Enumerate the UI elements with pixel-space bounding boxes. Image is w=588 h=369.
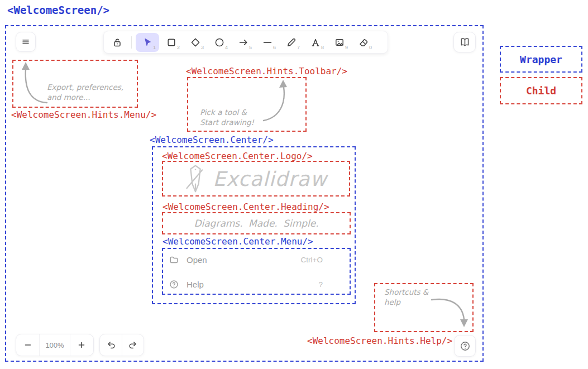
tool-shortcut-number: 8 — [321, 45, 324, 50]
menu-item-help-label: Help — [187, 280, 204, 289]
help-circle-icon — [169, 279, 179, 290]
tool-image[interactable]: 9 — [328, 33, 351, 52]
text-icon — [310, 37, 321, 48]
center-logo-annotation-box: Excalidraw — [162, 161, 350, 197]
tool-ellipse[interactable]: 4 — [208, 33, 231, 52]
tool-rectangle[interactable]: 2 — [160, 33, 183, 52]
legend-child-box: Child — [500, 77, 582, 104]
minus-icon — [23, 341, 32, 349]
diamond-icon — [190, 37, 201, 48]
help-hint-line1: Shortcuts & — [384, 287, 428, 298]
toolbar-hint-line1: Pick a tool & — [200, 108, 254, 118]
menu-item-open-label: Open — [187, 255, 207, 265]
hints-menu-label: <WelcomeScreen.Hints.Menu/> — [11, 110, 156, 120]
menu-hint-line2: and more... — [47, 93, 123, 103]
menu-item-help[interactable]: Help ? — [169, 278, 346, 290]
tool-shortcut-number: 1 — [153, 45, 156, 50]
tool-shortcut-number: 6 — [273, 45, 276, 50]
tool-eraser[interactable]: 0 — [352, 33, 375, 52]
ellipse-icon — [214, 37, 225, 48]
pencil-icon — [286, 37, 297, 48]
legend-wrapper-label: Wrapper — [520, 54, 562, 65]
menu-item-open-shortcut: Ctrl+O — [301, 256, 323, 264]
lock-tool-button[interactable] — [107, 33, 127, 52]
help-button[interactable] — [454, 335, 476, 357]
excalidraw-logo-text: Excalidraw — [213, 167, 327, 190]
tool-shortcut-number: 5 — [249, 45, 252, 50]
redo-button[interactable] — [122, 334, 144, 356]
menu-hint-line1: Export, preferences, — [47, 83, 123, 93]
toolbar-hint-line2: Start drawing! — [200, 118, 254, 128]
selection-cursor-icon — [142, 37, 153, 48]
tool-shortcut-number: 3 — [201, 45, 204, 50]
welcome-screen-doc: <WelcomeScreen/> — [0, 0, 588, 369]
welcome-heading: Diagrams. Made. Simple. — [194, 218, 318, 229]
center-menu-annotation-box: Open Ctrl+O Help ? — [162, 248, 351, 295]
hamburger-icon — [20, 36, 31, 47]
zoom-controls: 100% — [16, 334, 94, 356]
toolbar-hint-arrow — [261, 79, 289, 124]
line-icon — [262, 37, 273, 48]
menu-item-open[interactable]: Open Ctrl+O — [169, 253, 346, 266]
tool-shortcut-number: 9 — [345, 45, 348, 50]
root-component-label: <WelcomeScreen/> — [7, 4, 109, 16]
menu-hint-arrow — [18, 61, 49, 106]
legend-wrapper-box: Wrapper — [500, 46, 582, 73]
center-menu-label: <WelcomeScreen.Center.Menu/> — [162, 237, 313, 247]
main-menu-button[interactable] — [16, 32, 36, 52]
toolbar-divider — [131, 36, 132, 49]
image-icon — [334, 37, 345, 48]
book-icon — [459, 36, 471, 48]
undo-button[interactable] — [100, 334, 122, 356]
toolbar-hint-text: Pick a tool & Start drawing! — [200, 108, 254, 127]
tool-shortcut-number: 4 — [225, 45, 228, 50]
help-hint-arrow — [430, 295, 470, 330]
zoom-out-button[interactable] — [16, 334, 39, 356]
excalidraw-logo: Excalidraw — [163, 162, 349, 195]
center-label: <WelcomeScreen.Center/> — [150, 135, 274, 145]
history-controls — [99, 334, 144, 356]
center-heading-label: <WelcomeScreen.Center.Heading/> — [162, 202, 329, 212]
help-hint-text: Shortcuts & help — [384, 287, 428, 307]
redo-icon — [127, 339, 138, 351]
toolbar: 1 2 3 4 — [103, 31, 388, 54]
arrow-icon — [238, 37, 249, 48]
eraser-icon — [358, 37, 369, 48]
tool-line[interactable]: 6 — [256, 33, 279, 52]
tool-shortcut-number: 0 — [369, 45, 372, 50]
undo-icon — [106, 339, 117, 351]
menu-hint-text: Export, preferences, and more... — [47, 83, 123, 102]
tool-diamond[interactable]: 3 — [184, 33, 207, 52]
tool-arrow[interactable]: 5 — [232, 33, 255, 52]
question-mark-icon — [460, 341, 471, 352]
tool-text[interactable]: 8 — [304, 33, 327, 52]
plus-icon — [77, 341, 86, 349]
zoom-level[interactable]: 100% — [40, 334, 69, 356]
tool-shortcut-number: 7 — [297, 45, 300, 50]
tool-selection[interactable]: 1 — [136, 33, 159, 52]
center-logo-label: <WelcomeScreen.Center.Logo/> — [162, 151, 313, 161]
unlock-icon — [112, 37, 123, 48]
rectangle-icon — [166, 37, 177, 48]
help-hint-line2: help — [384, 298, 428, 308]
hints-help-label: <WelcomeScreen.Hints.Help/> — [307, 336, 451, 346]
center-heading-annotation-box: Diagrams. Made. Simple. — [162, 212, 351, 234]
tool-draw[interactable]: 7 — [280, 33, 303, 52]
zoom-in-button[interactable] — [70, 334, 93, 356]
folder-icon — [169, 255, 179, 265]
library-button[interactable] — [453, 32, 476, 52]
tool-shortcut-number: 2 — [177, 45, 180, 50]
menu-item-help-shortcut: ? — [318, 280, 323, 289]
legend-child-label: Child — [526, 85, 556, 97]
hints-toolbar-label: <WelcomeScreen.Hints.Toolbar/> — [186, 66, 347, 76]
excalidraw-pencil-icon — [185, 164, 206, 194]
